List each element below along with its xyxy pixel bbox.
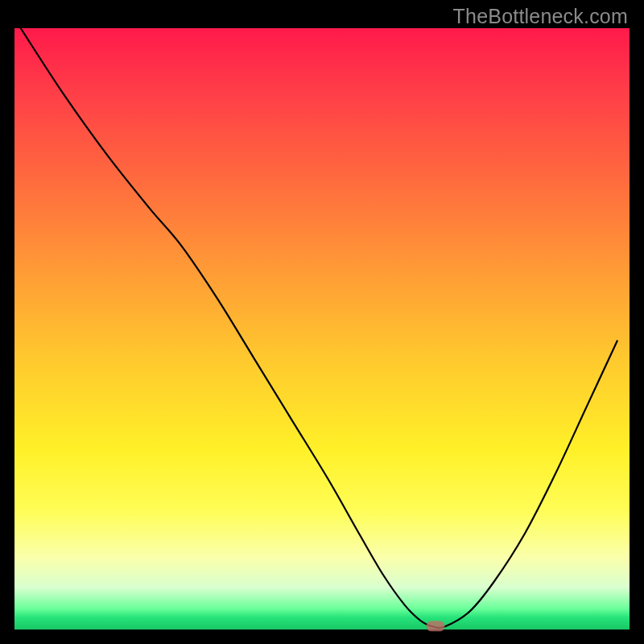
chart-frame: TheBottleneck.com [0, 0, 644, 644]
bottleneck-curve [21, 28, 617, 628]
curve-layer [14, 28, 630, 630]
watermark-text: TheBottleneck.com [453, 5, 628, 28]
current-point-marker [427, 621, 445, 631]
plot-area [14, 28, 630, 630]
